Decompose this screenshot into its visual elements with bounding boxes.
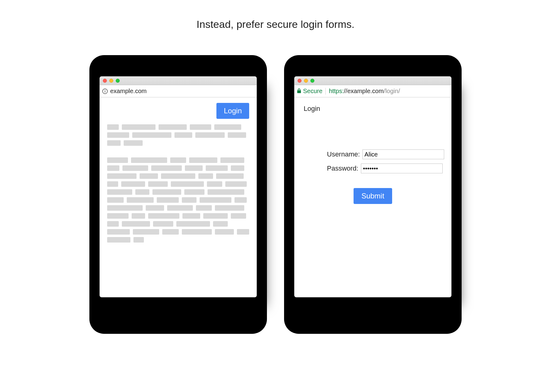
page-title: Login xyxy=(304,105,444,113)
url-host: //example.com xyxy=(344,88,384,94)
url-path: /login/ xyxy=(384,88,400,94)
placeholder-text xyxy=(107,124,249,243)
headline-text: Instead, prefer secure login forms. xyxy=(77,18,474,30)
address-separator xyxy=(325,88,326,95)
url-protocol: https: xyxy=(329,88,344,94)
address-url: https://example.com/login/ xyxy=(329,88,400,95)
browser-window-insecure: i example.com Login xyxy=(100,77,257,297)
password-field[interactable] xyxy=(361,164,443,173)
address-text: example.com xyxy=(110,88,147,95)
login-form: Username: Password: Submit xyxy=(327,149,419,204)
minimize-icon[interactable] xyxy=(109,79,113,83)
browser-window-secure: Secure https://example.com/login/ Login … xyxy=(294,77,451,297)
device-frame-secure: Secure https://example.com/login/ Login … xyxy=(284,55,462,334)
page-content: Login xyxy=(100,97,257,297)
device-frame-insecure: i example.com Login xyxy=(89,55,267,334)
login-button[interactable]: Login xyxy=(216,103,249,119)
secure-label: Secure xyxy=(303,88,322,95)
maximize-icon[interactable] xyxy=(310,79,314,83)
address-bar[interactable]: Secure https://example.com/login/ xyxy=(294,85,451,97)
password-label: Password: xyxy=(327,164,358,172)
submit-button[interactable]: Submit xyxy=(354,188,392,204)
minimize-icon[interactable] xyxy=(304,79,308,83)
maximize-icon[interactable] xyxy=(116,79,120,83)
lock-icon[interactable] xyxy=(297,88,301,94)
window-titlebar xyxy=(294,77,451,85)
username-label: Username: xyxy=(327,150,360,158)
address-bar[interactable]: i example.com xyxy=(100,85,257,97)
close-icon[interactable] xyxy=(298,79,302,83)
window-titlebar xyxy=(100,77,257,85)
username-field[interactable] xyxy=(362,149,444,159)
close-icon[interactable] xyxy=(103,79,107,83)
info-icon[interactable]: i xyxy=(102,89,108,94)
page-content: Login Username: Password: Submit xyxy=(294,97,451,297)
